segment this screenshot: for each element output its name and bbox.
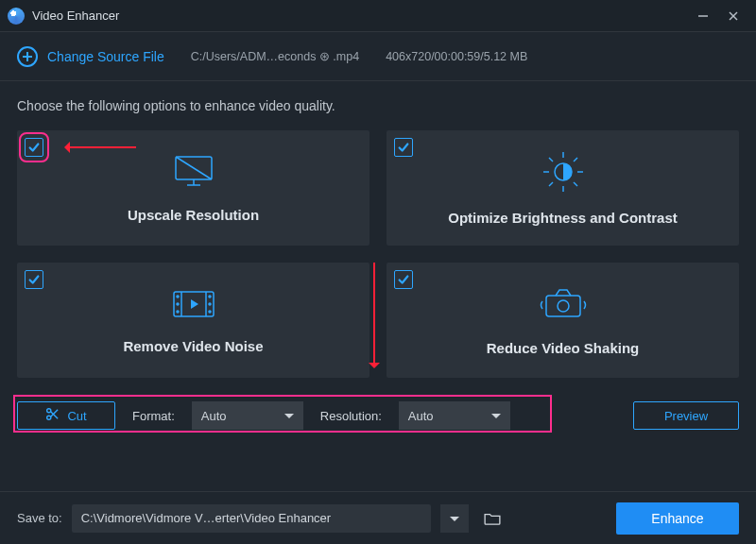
- format-select[interactable]: Auto: [192, 401, 303, 430]
- svg-rect-26: [546, 296, 580, 316]
- save-to-label: Save to:: [17, 511, 62, 525]
- instruction-text: Choose the following options to enhance …: [17, 98, 739, 113]
- film-noise-icon: [170, 286, 217, 325]
- source-file-path: C:/Users/ADM…econds ⊛ .mp4: [191, 49, 359, 63]
- save-path-field[interactable]: C:\Vidmore\Vidmore V…erter\Video Enhance…: [72, 504, 431, 533]
- card-brightness-contrast[interactable]: Optimize Brightness and Contrast: [387, 130, 739, 246]
- main-content: Choose the following options to enhance …: [0, 81, 756, 491]
- scissors-icon: [45, 407, 60, 424]
- brightness-icon: [541, 150, 585, 196]
- svg-point-22: [209, 296, 211, 298]
- open-folder-button[interactable]: [478, 504, 507, 533]
- controls-row: Cut Format: Auto Resolution: Auto Previe…: [17, 399, 739, 433]
- save-path-value: C:\Vidmore\Vidmore V…erter\Video Enhance…: [81, 511, 331, 525]
- change-source-button[interactable]: Change Source File: [17, 46, 164, 67]
- source-row: Change Source File C:/Users/ADM…econds ⊛…: [0, 32, 756, 81]
- window-minimize-button[interactable]: [688, 0, 718, 32]
- source-file-meta: 406x720/00:00:59/5.12 MB: [386, 50, 527, 63]
- annotation-arrow-icon: [59, 145, 136, 149]
- titlebar: Video Enhancer: [0, 0, 756, 32]
- format-label: Format:: [132, 409, 175, 423]
- card-checkbox[interactable]: [394, 270, 413, 289]
- svg-line-15: [574, 158, 577, 162]
- card-upscale-resolution[interactable]: Upscale Resolution: [17, 130, 369, 246]
- change-source-label: Change Source File: [47, 49, 164, 64]
- svg-point-19: [177, 296, 179, 298]
- card-label: Remove Video Noise: [123, 338, 263, 354]
- svg-point-20: [177, 303, 179, 305]
- camera-shake-icon: [539, 284, 588, 327]
- enhance-label: Enhance: [651, 511, 703, 526]
- card-label: Reduce Video Shaking: [487, 340, 639, 356]
- card-label: Optimize Brightness and Contrast: [448, 210, 678, 226]
- save-path-dropdown[interactable]: [440, 504, 469, 533]
- svg-point-21: [177, 311, 179, 313]
- card-checkbox[interactable]: [25, 270, 43, 289]
- plus-circle-icon: [17, 46, 38, 67]
- folder-icon: [484, 512, 501, 525]
- chevron-down-icon: [450, 517, 459, 526]
- svg-point-27: [558, 300, 569, 312]
- cut-button[interactable]: Cut: [17, 401, 115, 430]
- enhancement-cards: Upscale Resolution: [17, 130, 739, 378]
- svg-point-23: [209, 303, 211, 305]
- svg-line-12: [549, 158, 553, 162]
- svg-line-13: [574, 182, 577, 186]
- card-checkbox[interactable]: [25, 138, 43, 157]
- card-checkbox[interactable]: [394, 138, 413, 157]
- app-icon: [8, 8, 25, 25]
- card-remove-noise[interactable]: Remove Video Noise: [17, 263, 369, 378]
- svg-point-24: [209, 311, 211, 313]
- preview-button[interactable]: Preview: [633, 401, 739, 430]
- enhance-button[interactable]: Enhance: [616, 502, 739, 535]
- svg-line-4: [176, 157, 212, 179]
- window-close-button[interactable]: [718, 0, 748, 32]
- svg-line-14: [549, 182, 553, 186]
- svg-marker-25: [191, 299, 198, 309]
- chevron-down-icon: [491, 414, 501, 423]
- chevron-down-icon: [284, 414, 294, 423]
- resolution-value: Auto: [408, 409, 434, 423]
- footer: Save to: C:\Vidmore\Vidmore V…erter\Vide…: [0, 491, 756, 544]
- resolution-select[interactable]: Auto: [399, 401, 510, 430]
- monitor-up-icon: [172, 153, 215, 194]
- preview-label: Preview: [664, 409, 708, 423]
- card-label: Upscale Resolution: [128, 207, 259, 223]
- resolution-label: Resolution:: [320, 409, 382, 423]
- cut-label: Cut: [67, 409, 86, 423]
- card-reduce-shaking[interactable]: Reduce Video Shaking: [387, 263, 739, 378]
- window-title: Video Enhancer: [32, 8, 119, 23]
- format-value: Auto: [201, 409, 227, 423]
